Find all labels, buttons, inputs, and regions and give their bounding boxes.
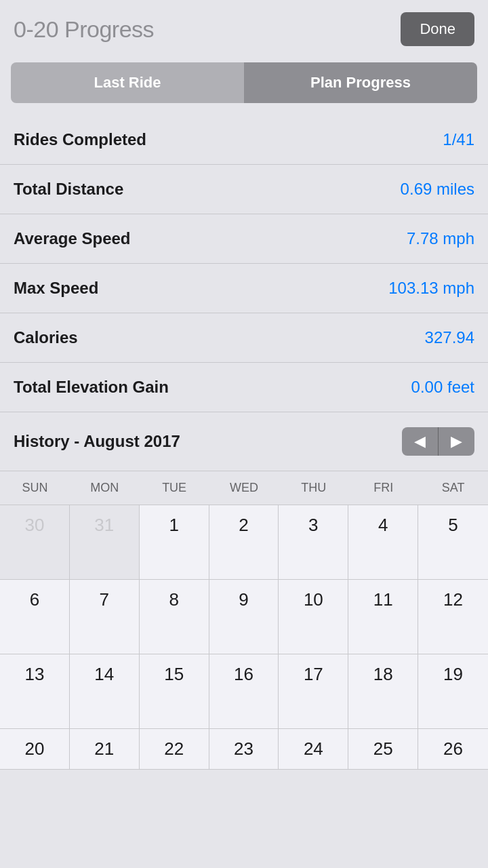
stat-row-calories: Calories 327.94 bbox=[0, 313, 488, 363]
stat-value-elevation-gain: 0.00 feet bbox=[411, 378, 474, 397]
tab-control: Last Ride Plan Progress bbox=[11, 62, 477, 103]
cal-cell-aug-19[interactable]: 19 bbox=[418, 654, 488, 729]
cal-cell-aug-7[interactable]: 7 bbox=[70, 580, 140, 654]
history-title: History - August 2017 bbox=[14, 432, 180, 451]
cal-cell-aug-18[interactable]: 18 bbox=[348, 654, 418, 729]
stat-label-average-speed: Average Speed bbox=[14, 229, 131, 248]
stat-row-max-speed: Max Speed 103.13 mph bbox=[0, 264, 488, 313]
day-header-wed: WED bbox=[209, 471, 279, 505]
cal-cell-aug-16[interactable]: 16 bbox=[209, 654, 279, 729]
stat-value-calories: 327.94 bbox=[425, 328, 474, 347]
stat-value-total-distance: 0.69 miles bbox=[401, 180, 474, 199]
day-header-mon: MON bbox=[70, 471, 140, 505]
stat-value-rides-completed: 1/41 bbox=[443, 130, 474, 149]
cal-cell-aug-5[interactable]: 5 bbox=[418, 505, 488, 580]
cal-cell-aug-9[interactable]: 9 bbox=[209, 580, 279, 654]
stat-row-average-speed: Average Speed 7.78 mph bbox=[0, 214, 488, 264]
day-header-thu: THU bbox=[279, 471, 348, 505]
cal-cell-aug-22[interactable]: 22 bbox=[140, 729, 209, 770]
cal-cell-aug-25[interactable]: 25 bbox=[348, 729, 418, 770]
stat-label-elevation-gain: Total Elevation Gain bbox=[14, 378, 169, 397]
day-header-sat: SAT bbox=[418, 471, 488, 505]
cal-cell-aug-3[interactable]: 3 bbox=[279, 505, 348, 580]
cal-cell-aug-11[interactable]: 11 bbox=[348, 580, 418, 654]
cal-cell-aug-10[interactable]: 10 bbox=[279, 580, 348, 654]
stat-label-max-speed: Max Speed bbox=[14, 279, 98, 298]
stat-label-rides-completed: Rides Completed bbox=[14, 130, 146, 149]
stat-row-elevation-gain: Total Elevation Gain 0.00 feet bbox=[0, 363, 488, 412]
header: 0-20 Progress Done bbox=[0, 0, 488, 57]
cal-cell-aug-6[interactable]: 6 bbox=[0, 580, 70, 654]
calendar-grid: 30 31 1 2 3 4 5 6 7 8 9 10 11 12 13 14 1… bbox=[0, 505, 488, 770]
cal-cell-aug-21[interactable]: 21 bbox=[70, 729, 140, 770]
cal-cell-jul-30[interactable]: 30 bbox=[0, 505, 70, 580]
cal-cell-aug-14[interactable]: 14 bbox=[70, 654, 140, 729]
day-header-fri: FRI bbox=[348, 471, 418, 505]
stat-value-max-speed: 103.13 mph bbox=[388, 279, 474, 298]
cal-cell-aug-24[interactable]: 24 bbox=[279, 729, 348, 770]
cal-cell-aug-15[interactable]: 15 bbox=[140, 654, 209, 729]
done-button[interactable]: Done bbox=[401, 12, 474, 46]
stat-row-total-distance: Total Distance 0.69 miles bbox=[0, 165, 488, 214]
calendar-next-button[interactable]: ▶ bbox=[439, 427, 474, 456]
stats-section: Rides Completed 1/41 Total Distance 0.69… bbox=[0, 115, 488, 412]
calendar-prev-button[interactable]: ◀ bbox=[402, 427, 439, 456]
cal-cell-aug-4[interactable]: 4 bbox=[348, 505, 418, 580]
cal-cell-aug-8[interactable]: 8 bbox=[140, 580, 209, 654]
cal-cell-aug-12[interactable]: 12 bbox=[418, 580, 488, 654]
stat-row-rides-completed: Rides Completed 1/41 bbox=[0, 115, 488, 165]
tab-plan-progress[interactable]: Plan Progress bbox=[244, 62, 477, 103]
day-header-tue: TUE bbox=[140, 471, 209, 505]
calendar-nav: ◀ ▶ bbox=[402, 427, 474, 456]
tab-last-ride[interactable]: Last Ride bbox=[11, 62, 244, 103]
cal-cell-jul-31[interactable]: 31 bbox=[70, 505, 140, 580]
cal-cell-aug-1[interactable]: 1 bbox=[140, 505, 209, 580]
page-title: 0-20 Progress bbox=[14, 16, 154, 43]
cal-cell-aug-13[interactable]: 13 bbox=[0, 654, 70, 729]
calendar: SUN MON TUE WED THU FRI SAT 30 31 1 2 3 … bbox=[0, 471, 488, 770]
cal-cell-aug-2[interactable]: 2 bbox=[209, 505, 279, 580]
calendar-day-headers: SUN MON TUE WED THU FRI SAT bbox=[0, 471, 488, 505]
history-header: History - August 2017 ◀ ▶ bbox=[0, 412, 488, 471]
cal-cell-aug-23[interactable]: 23 bbox=[209, 729, 279, 770]
cal-cell-aug-26[interactable]: 26 bbox=[418, 729, 488, 770]
stat-value-average-speed: 7.78 mph bbox=[407, 229, 474, 248]
day-header-sun: SUN bbox=[0, 471, 70, 505]
cal-cell-aug-17[interactable]: 17 bbox=[279, 654, 348, 729]
stat-label-calories: Calories bbox=[14, 328, 78, 347]
cal-cell-aug-20[interactable]: 20 bbox=[0, 729, 70, 770]
stat-label-total-distance: Total Distance bbox=[14, 180, 123, 199]
